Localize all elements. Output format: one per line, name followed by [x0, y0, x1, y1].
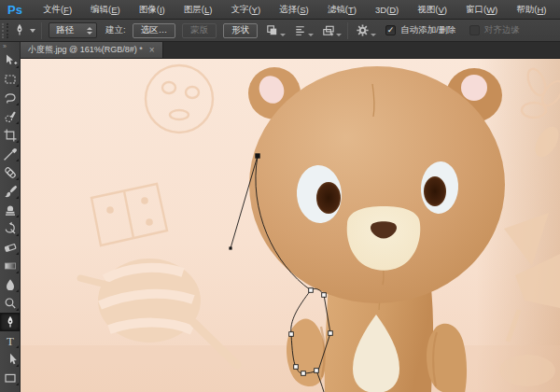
menu-image[interactable]: 图像(I)	[130, 0, 175, 19]
menu-filter[interactable]: 滤镜(T)	[318, 0, 366, 19]
bandage-icon	[3, 165, 18, 180]
document-tab-bar: 小度熊.jpg @ 161%(RGB/8#) * ×	[21, 42, 560, 59]
canvas-image[interactable]	[21, 59, 560, 392]
hand-tool[interactable]	[0, 387, 21, 392]
document-tab[interactable]: 小度熊.jpg @ 161%(RGB/8#) * ×	[21, 42, 163, 58]
options-bar: 路径 建立: 选区… 蒙版 形状 ✓ 自动添加/删除 对齐边缘	[0, 20, 560, 42]
document-canvas[interactable]	[21, 59, 560, 392]
caret-down-icon	[336, 34, 342, 36]
caret-down-icon	[280, 34, 286, 36]
eraser-tool[interactable]	[0, 238, 21, 257]
move-tool[interactable]	[0, 51, 21, 70]
tool-mode-value: 路径	[56, 24, 74, 36]
path-arrangement-icon	[321, 23, 335, 37]
menu-help[interactable]: 帮助(H)	[507, 0, 555, 19]
path-alignment-icon	[293, 23, 307, 37]
marquee-icon	[3, 72, 18, 87]
create-label: 建立:	[105, 24, 126, 36]
menu-3d[interactable]: 3D(D)	[366, 0, 408, 19]
double-chevron-icon: »	[3, 43, 7, 49]
close-icon[interactable]: ×	[149, 46, 155, 55]
type-icon: T	[3, 333, 18, 348]
move-icon	[3, 53, 18, 68]
separator	[347, 22, 348, 39]
menu-view[interactable]: 视图(V)	[408, 0, 456, 19]
align-edges-checkbox	[469, 25, 480, 35]
menu-layer[interactable]: 图层(L)	[175, 0, 222, 19]
eyedropper-tool[interactable]	[0, 145, 21, 163]
svg-text:T: T	[7, 334, 14, 348]
quick-selection-tool[interactable]	[0, 107, 21, 126]
quick-selection-icon	[3, 109, 18, 124]
rectangle-icon	[3, 371, 18, 385]
rectangle-tool[interactable]	[0, 369, 21, 387]
menu-bar: Ps 文件(F) 编辑(E) 图像(I) 图层(L) 文字(Y) 选择(S) 滤…	[0, 0, 560, 20]
lasso-icon	[3, 91, 18, 105]
path-selection-tool[interactable]	[0, 350, 21, 369]
eraser-icon	[3, 240, 18, 255]
gear-icon	[356, 23, 370, 37]
tools-panel: » T	[0, 42, 21, 392]
blur-tool[interactable]	[0, 275, 21, 294]
document-tab-title: 小度熊.jpg @ 161%(RGB/8#) *	[28, 44, 143, 56]
align-edges-label: 对齐边缘	[484, 24, 520, 36]
history-brush-icon	[3, 221, 18, 236]
bear-head	[249, 66, 505, 303]
menu-type[interactable]: 文字(Y)	[221, 0, 270, 19]
check-icon: ✓	[387, 26, 395, 35]
lasso-tool[interactable]	[0, 89, 21, 107]
history-brush-tool[interactable]	[0, 219, 21, 238]
crop-icon	[3, 128, 18, 143]
menu-select[interactable]: 选择(S)	[270, 0, 318, 19]
tool-mode-select[interactable]: 路径	[49, 22, 97, 38]
crop-tool[interactable]	[0, 126, 21, 145]
brush-icon	[3, 184, 18, 199]
path-arrangement-button[interactable]	[321, 23, 342, 37]
make-selection-button[interactable]: 选区…	[133, 23, 176, 38]
dodge-icon	[3, 296, 18, 311]
caret-down-icon	[308, 34, 314, 36]
brush-tool[interactable]	[0, 182, 21, 201]
menu-window[interactable]: 窗口(W)	[456, 0, 507, 19]
pen-icon	[3, 315, 18, 329]
dodge-tool[interactable]	[0, 294, 21, 313]
tool-preset-picker[interactable]	[12, 22, 35, 39]
options-bar-grip[interactable]	[2, 23, 8, 38]
panel-collapse-button[interactable]: »	[0, 42, 20, 51]
caret-down-icon	[371, 34, 376, 36]
horizontal-type-tool[interactable]: T	[0, 331, 21, 350]
stepper-icon	[87, 27, 92, 35]
auto-add-delete-label: 自动添加/删除	[400, 24, 456, 36]
caret-down-icon	[30, 29, 35, 33]
pen-options-gear-button[interactable]	[356, 23, 376, 37]
menu-file[interactable]: 文件(F)	[34, 0, 81, 19]
menu-edit[interactable]: 编辑(E)	[81, 0, 130, 19]
make-shape-button[interactable]: 形状	[223, 23, 258, 38]
pen-icon	[12, 22, 27, 39]
black-arrow-icon	[3, 352, 18, 367]
make-mask-button: 蒙版	[182, 23, 217, 38]
water-drop-icon	[3, 277, 18, 292]
pen-tool[interactable]	[0, 313, 21, 331]
path-alignment-button[interactable]	[293, 23, 314, 37]
clone-stamp-tool[interactable]	[0, 201, 21, 219]
auto-add-delete-checkbox[interactable]: ✓	[385, 25, 396, 35]
spot-healing-brush-tool[interactable]	[0, 163, 21, 182]
path-operations-button[interactable]	[265, 23, 286, 37]
path-operations-icon	[265, 23, 279, 37]
separator	[41, 22, 42, 39]
eyedropper-icon	[3, 147, 18, 161]
gradient-tool[interactable]	[0, 257, 21, 275]
photoshop-logo: Ps	[7, 3, 22, 17]
gradient-icon	[3, 259, 18, 273]
stamp-icon	[3, 203, 18, 217]
rectangular-marquee-tool[interactable]	[0, 70, 21, 89]
